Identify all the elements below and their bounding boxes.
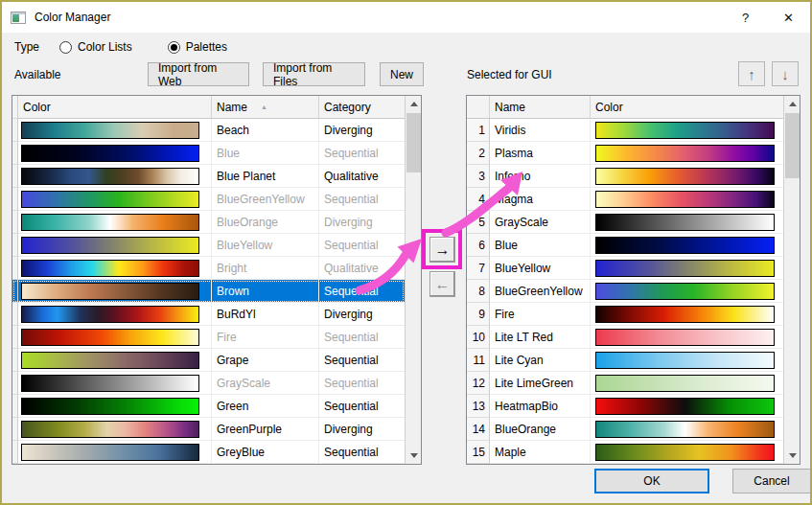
selected-row-magma[interactable]: 4Magma <box>467 188 783 211</box>
available-scroll-thumb[interactable] <box>406 113 421 172</box>
row-number: 15 <box>467 441 490 464</box>
palette-category: Sequential <box>319 188 406 211</box>
available-scrollbar[interactable] <box>405 96 421 464</box>
selected-row-blue[interactable]: 6Blue <box>467 234 783 257</box>
scroll-down-icon[interactable] <box>784 448 800 464</box>
palette-name: GreenPurple <box>212 418 319 441</box>
palette-swatch-cell <box>18 395 212 418</box>
palette-swatch <box>595 191 775 208</box>
row-number: 5 <box>467 211 490 234</box>
palette-name: Magma <box>490 188 591 211</box>
palette-swatch-cell <box>18 142 212 165</box>
available-row-beach[interactable]: BeachDiverging <box>12 119 405 142</box>
selected-col-color[interactable]: Color <box>591 96 784 119</box>
selected-row-lite-limegreen[interactable]: 12Lite LimeGreen <box>467 372 783 395</box>
palette-name: Fire <box>490 303 591 326</box>
available-row-bright[interactable]: BrightQualitative <box>12 257 405 280</box>
down-arrow-icon: ↓ <box>781 66 789 82</box>
palette-category: Diverging <box>319 303 406 326</box>
cancel-button[interactable]: Cancel <box>732 469 811 494</box>
available-row-fire[interactable]: FireSequential <box>12 326 405 349</box>
scroll-up-icon[interactable] <box>784 96 800 112</box>
palette-name: Bright <box>212 257 319 280</box>
available-row-burdyl[interactable]: BuRdYlDiverging <box>12 303 405 326</box>
palette-swatch-cell <box>18 257 212 280</box>
selected-row-fire[interactable]: 9Fire <box>467 303 783 326</box>
new-button[interactable]: New <box>380 62 424 86</box>
palette-swatch <box>595 444 775 461</box>
up-arrow-icon: ↑ <box>748 66 755 82</box>
selected-row-blueyellow[interactable]: 7BlueYellow <box>467 257 783 280</box>
selected-row-grayscale[interactable]: 5GrayScale <box>467 211 783 234</box>
available-table: Color Name▲ Category BeachDivergingBlueS… <box>12 95 422 465</box>
help-button[interactable]: ? <box>724 2 767 33</box>
row-number: 8 <box>467 280 490 303</box>
available-row-brown[interactable]: BrownSequential <box>12 280 405 303</box>
palette-category: Sequential <box>319 395 406 418</box>
palette-swatch <box>595 237 775 254</box>
selected-row-blueorange[interactable]: 14BlueOrange <box>467 418 783 441</box>
available-row-grayscale[interactable]: GrayScaleSequential <box>12 372 405 395</box>
selected-col-num <box>467 96 490 119</box>
radio-color-lists[interactable]: Color Lists <box>59 40 132 54</box>
palette-swatch <box>21 237 199 254</box>
selected-scrollbar[interactable] <box>783 96 800 464</box>
selected-row-lite-cyan[interactable]: 11Lite Cyan <box>467 349 783 372</box>
palette-swatch <box>21 444 199 461</box>
available-row-blue[interactable]: BlueSequential <box>12 142 405 165</box>
palette-name: Plasma <box>490 142 591 165</box>
available-row-blue-planet[interactable]: Blue PlanetQualitative <box>12 165 405 188</box>
palette-swatch-cell <box>18 326 212 349</box>
available-row-bluegreenyellow[interactable]: BlueGreenYellowSequential <box>12 188 405 211</box>
available-col-category[interactable]: Category <box>319 96 406 119</box>
radio-palettes[interactable]: Palettes <box>168 40 227 54</box>
move-down-button[interactable]: ↓ <box>772 61 799 86</box>
available-col-color[interactable]: Color <box>18 96 212 119</box>
available-row-green[interactable]: GreenSequential <box>12 395 405 418</box>
ok-button[interactable]: OK <box>594 469 709 494</box>
palette-category: Sequential <box>319 280 406 303</box>
palette-swatch <box>595 421 775 438</box>
palette-name: Green <box>212 395 319 418</box>
selected-row-inferno[interactable]: 3Inferno <box>467 165 783 188</box>
selected-row-bluegreenyellow[interactable]: 8BlueGreenYellow <box>467 280 783 303</box>
row-number: 10 <box>467 326 490 349</box>
radio-unselected-icon[interactable] <box>59 41 72 54</box>
palette-category: Diverging <box>319 418 406 441</box>
close-button[interactable]: ✕ <box>767 2 810 33</box>
selected-row-viridis[interactable]: 1Viridis <box>467 119 783 142</box>
palette-name: Lite Cyan <box>490 349 591 372</box>
scroll-up-icon[interactable] <box>406 96 422 112</box>
selected-row-heatmapbio[interactable]: 13HeatmapBio <box>467 395 783 418</box>
radio-selected-icon[interactable] <box>168 41 180 54</box>
app-icon <box>11 11 26 24</box>
remove-from-gui-button[interactable]: ← <box>429 271 455 297</box>
available-col-name[interactable]: Name▲ <box>212 96 319 119</box>
palette-swatch-cell <box>591 441 784 464</box>
selected-row-plasma[interactable]: 2Plasma <box>467 142 783 165</box>
row-number: 3 <box>467 165 490 188</box>
import-from-web-button[interactable]: Import from Web <box>148 62 249 86</box>
available-row-greyblue[interactable]: GreyBlueSequential <box>12 441 405 464</box>
available-row-grape[interactable]: GrapeSequential <box>12 349 405 372</box>
move-up-button[interactable]: ↑ <box>738 61 765 86</box>
selected-scroll-thumb[interactable] <box>785 113 800 178</box>
available-row-blueorange[interactable]: BlueOrangeDiverging <box>12 211 405 234</box>
palette-swatch-cell <box>18 303 212 326</box>
palette-swatch <box>21 260 199 277</box>
palette-swatch-cell <box>591 395 784 418</box>
import-from-files-button[interactable]: Import from Files <box>263 62 365 86</box>
palette-category: Sequential <box>319 349 406 372</box>
palette-swatch-cell <box>591 211 784 234</box>
available-row-greenpurple[interactable]: GreenPurpleDiverging <box>12 418 405 441</box>
palette-name: Blue Planet <box>212 165 319 188</box>
selected-col-name[interactable]: Name <box>490 96 591 119</box>
palette-swatch <box>21 191 199 208</box>
palette-category: Qualitative <box>319 165 406 188</box>
add-to-gui-button[interactable]: → <box>429 237 455 263</box>
scroll-down-icon[interactable] <box>406 448 422 464</box>
selected-row-lite-lt-red[interactable]: 10Lite LT Red <box>467 326 783 349</box>
available-row-blueyellow[interactable]: BlueYellowSequential <box>12 234 405 257</box>
selected-row-maple[interactable]: 15Maple <box>467 441 783 464</box>
palette-swatch-cell <box>591 372 784 395</box>
